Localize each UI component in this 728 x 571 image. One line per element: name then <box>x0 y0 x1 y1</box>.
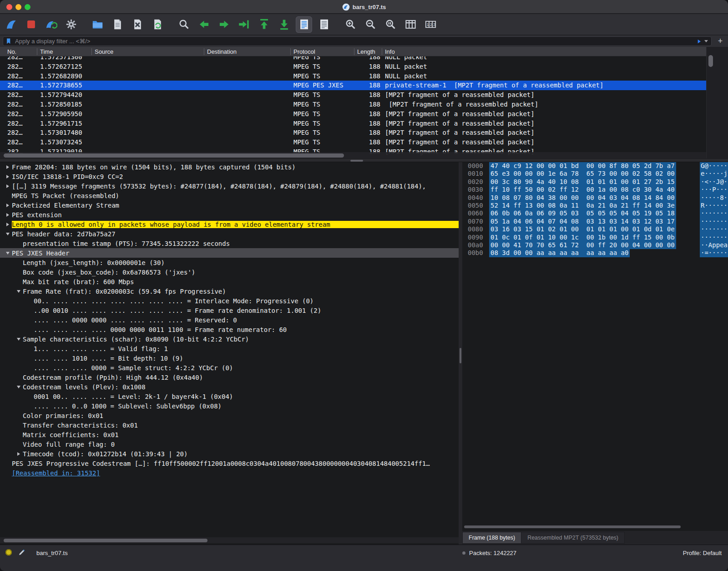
column-separator[interactable] <box>290 48 291 55</box>
stop-capture-button[interactable] <box>23 16 39 33</box>
hex-bytes[interactable]: 06 0b 06 0a 06 09 05 03 05 05 05 04 05 1… <box>489 209 676 217</box>
detail-line[interactable]: Length (jxes_length): 0x0000001e (30) <box>0 258 459 267</box>
hex-row[interactable]: 007005 1a 04 06 04 07 04 08 03 13 03 14 … <box>462 218 728 225</box>
bytes-horizontal-scrollbar[interactable] <box>462 525 728 529</box>
capture-options-button[interactable] <box>63 16 79 33</box>
detail-line[interactable]: .... .... .... .... 0000 0000 0011 1100 … <box>0 325 459 334</box>
column-header-source[interactable]: Source <box>95 47 113 56</box>
packet-list-horizontal-scrollbar[interactable] <box>0 152 706 158</box>
detail-line[interactable]: Codestream levels (Plev): 0x1008 <box>0 382 459 392</box>
auto-scroll-button[interactable] <box>296 16 312 33</box>
hex-bytes[interactable]: 65 e3 00 00 00 1e 6a 78 65 73 00 00 02 5… <box>489 170 676 178</box>
hex-bytes[interactable]: ff 10 ff 50 00 02 ff 12 00 1a 00 08 c0 3… <box>489 186 676 194</box>
hex-ascii[interactable]: G@······ ·····-{· <box>700 162 728 170</box>
find-packet-button[interactable] <box>176 16 192 33</box>
column-separator[interactable] <box>91 48 92 55</box>
column-separator[interactable] <box>354 48 354 55</box>
detail-line[interactable]: Frame Rate (frat): 0x0200003c (59.94 fps… <box>0 286 459 296</box>
hex-ascii[interactable]: ·····8·· ········ <box>700 194 728 202</box>
expand-icon[interactable] <box>4 165 12 169</box>
packet-row[interactable]: 282…1.572850185MPEG TS188 [MP2T fragment… <box>0 100 706 109</box>
detail-line[interactable]: presentation time stamp (PTS): 77345.351… <box>0 239 459 248</box>
scrollbar-thumb[interactable] <box>4 539 207 542</box>
detail-line[interactable]: .... .... 1010 .... = Bit depth: 10 (9) <box>0 353 459 363</box>
collapse-icon[interactable] <box>15 338 23 341</box>
scrollbar-thumb[interactable] <box>464 525 681 528</box>
detail-line[interactable]: 00.. .... .... .... .... .... .... .... … <box>0 296 459 306</box>
hex-ascii[interactable]: ········ ········ <box>700 209 728 217</box>
hex-row[interactable]: 00a000 00 41 70 70 65 61 72 00 ff 20 00 … <box>462 241 728 249</box>
filter-dropdown-caret-icon[interactable] <box>704 40 708 42</box>
detail-line[interactable]: .... .... .... 0000 = Sample struct: 4:2… <box>0 363 459 372</box>
detail-line[interactable]: [[…] 3119 Message fragments (573532 byte… <box>0 181 459 191</box>
hex-bytes[interactable]: 05 1a 04 06 04 07 04 08 03 13 03 14 03 1… <box>489 218 676 225</box>
hex-ascii[interactable]: R······· ·!·!···> <box>700 202 728 209</box>
packet-row[interactable]: 282…1.572961715MPEG TS188[MP2T fragment … <box>0 119 706 128</box>
go-to-packet-button[interactable] <box>236 16 252 33</box>
detail-line[interactable]: Codestream profile (Ppih): High 444.12 (… <box>0 372 459 382</box>
detail-line[interactable]: Timecode (tcod): 0x01272b14 (01:39:43 | … <box>0 449 459 459</box>
detail-line[interactable]: Color primaries: 0x01 <box>0 411 459 420</box>
detail-line[interactable]: Packetized Elementary Stream <box>0 200 459 210</box>
zoom-in-button[interactable] <box>342 16 359 33</box>
start-capture-button[interactable] <box>3 16 19 33</box>
hex-row[interactable]: 002000 3c 80 90 4a 40 10 08 01 01 01 00 … <box>462 178 728 186</box>
detail-line[interactable]: MPEG TS Packet (reassembled) <box>0 191 459 200</box>
column-separator[interactable] <box>382 48 382 55</box>
packet-row[interactable]: 282…1.573073245MPEG TS188[MP2T fragment … <box>0 138 706 147</box>
expand-icon[interactable] <box>15 452 23 456</box>
save-file-button[interactable] <box>109 16 126 33</box>
hex-ascii[interactable]: ········ ········ <box>700 234 728 241</box>
column-header-no[interactable]: No. <box>7 47 16 56</box>
bytes-tab[interactable]: Frame (188 bytes) <box>462 532 521 544</box>
hex-row[interactable]: 0030ff 10 ff 50 00 02 ff 12 00 1a 00 08 … <box>462 186 728 194</box>
packet-row[interactable]: 282…1.572794420MPEG TS188[MP2T fragment … <box>0 90 706 100</box>
detail-line[interactable]: 0001 00.. .... .... = Level: 2k-1 / baye… <box>0 392 459 401</box>
hex-ascii[interactable]: ··Appear ·· ····· <box>700 241 728 249</box>
column-header-info[interactable]: Info <box>385 47 395 56</box>
hex-bytes[interactable]: 52 14 ff 13 00 08 0a 11 0a 21 0a 21 ff 1… <box>489 202 676 209</box>
column-separator[interactable] <box>204 48 204 55</box>
hex-bytes[interactable]: 47 40 c9 12 00 00 01 bd 00 00 8f 80 05 2… <box>489 162 676 170</box>
detail-line[interactable]: Max bit rate (brat): 600 Mbps <box>0 277 459 286</box>
column-header-time[interactable]: Time <box>40 47 53 56</box>
colorize-packets-button[interactable] <box>316 16 332 33</box>
expand-icon[interactable] <box>4 223 12 226</box>
hex-bytes[interactable]: 01 0c 01 0f 01 10 00 1c 00 1b 00 1d ff 1… <box>489 234 676 241</box>
resize-columns-button[interactable] <box>402 16 419 33</box>
column-header-length[interactable]: Length <box>357 47 375 56</box>
filter-bookmark-icon[interactable] <box>5 38 12 45</box>
hex-bytes[interactable]: 00 00 41 70 70 65 61 72 00 ff 20 00 04 0… <box>489 241 676 249</box>
splitter-handle[interactable] <box>350 160 363 162</box>
hex-row[interactable]: 009001 0c 01 0f 01 10 00 1c 00 1b 00 1d … <box>462 234 728 241</box>
hex-bytes[interactable]: 10 08 07 80 04 38 00 00 00 04 03 04 08 1… <box>489 194 676 202</box>
horizontal-splitter[interactable] <box>0 158 728 162</box>
hex-ascii[interactable]: e·····jx es···X·· <box>700 170 728 178</box>
collapse-icon[interactable] <box>15 290 23 293</box>
hex-row[interactable]: 000047 40 c9 12 00 00 01 bd 00 00 8f 80 … <box>462 162 728 170</box>
detail-line[interactable]: [Reassembled in: 31532] <box>0 468 459 478</box>
hex-bytes[interactable]: 03 16 03 15 01 02 01 00 01 01 01 00 01 0… <box>489 225 676 233</box>
hex-ascii[interactable]: ···P···· ·····0J@ <box>700 186 728 194</box>
detail-line[interactable]: PES JXES Progressive Codestream […]: ff1… <box>0 459 459 468</box>
expand-icon[interactable] <box>4 175 12 178</box>
detail-line[interactable]: PES header data: 2d7ba75a27 <box>0 229 459 239</box>
hex-row[interactable]: 00b008 3d 00 00 aa aa aa aa aa aa aa a0·… <box>462 249 728 257</box>
detail-line[interactable]: .... .... 0000 0000 .... .... .... .... … <box>0 315 459 325</box>
display-filter-input[interactable]: Apply a display filter ... <⌘/> <box>3 36 712 46</box>
detail-line[interactable]: Frame 28204: 188 bytes on wire (1504 bit… <box>0 162 459 172</box>
packet-row[interactable]: 282…1.572571360MPEG TS188NULL packet <box>0 56 706 62</box>
apply-filter-button[interactable] <box>693 37 702 46</box>
hex-row[interactable]: 001065 e3 00 00 00 1e 6a 78 65 73 00 00 … <box>462 170 728 178</box>
hex-row[interactable]: 004010 08 07 80 04 38 00 00 00 04 03 04 … <box>462 194 728 202</box>
capture-comment-icon[interactable] <box>18 549 25 556</box>
expand-icon[interactable] <box>4 204 12 207</box>
zoom-reset-button[interactable] <box>382 16 399 33</box>
go-forward-button[interactable] <box>216 16 232 33</box>
detail-line[interactable]: Box code (jxes_box_code): 0x6a786573 ('j… <box>0 267 459 277</box>
vertical-splitter[interactable] <box>459 162 462 545</box>
hex-ascii[interactable]: ·=······ ···· <box>700 249 728 257</box>
packet-list-vertical-scrollbar[interactable] <box>706 47 728 158</box>
collapse-icon[interactable] <box>4 252 12 255</box>
column-header-protocol[interactable]: Protocol <box>293 47 315 56</box>
